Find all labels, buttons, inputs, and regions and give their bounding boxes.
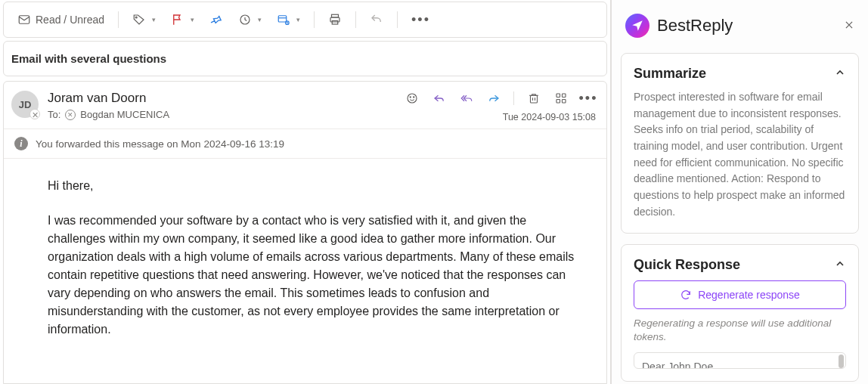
ellipsis-icon: ••• xyxy=(411,12,430,28)
svg-rect-15 xyxy=(563,100,566,104)
regenerate-button[interactable]: Regenerate response xyxy=(634,280,846,309)
toolbar-separator xyxy=(314,11,315,28)
collapse-summarize-button[interactable] xyxy=(834,67,846,81)
svg-rect-0 xyxy=(19,16,29,24)
to-label: To: xyxy=(48,109,60,120)
snooze-button[interactable]: ▾ xyxy=(232,8,268,31)
toolbar-separator xyxy=(118,11,119,28)
chevron-down-icon: ▾ xyxy=(258,16,262,23)
regenerate-note: Regenerating a response will use additio… xyxy=(634,317,846,345)
svg-rect-11 xyxy=(531,95,538,103)
read-unread-button[interactable]: Read / Unread xyxy=(11,8,110,31)
bestreply-logo xyxy=(625,14,649,38)
draft-preview-text: Dear John Doe xyxy=(642,361,713,369)
to-line: To: ✕ Bogdan MUCENICA xyxy=(48,109,395,120)
toolbar-separator xyxy=(355,11,356,28)
forward-banner-text: You forwarded this message on Mon 2024-0… xyxy=(36,138,284,150)
immersive-button[interactable]: ▾ xyxy=(271,8,306,31)
flag-icon xyxy=(171,13,184,26)
draft-preview-box[interactable]: Dear John Doe xyxy=(634,352,846,369)
grid-icon xyxy=(554,91,568,105)
avatar[interactable]: JD ✕ xyxy=(11,91,39,118)
forward-button[interactable] xyxy=(486,91,501,106)
forward-banner: i You forwarded this message on Mon 2024… xyxy=(4,129,606,159)
read-unread-label: Read / Unread xyxy=(36,14,104,26)
reply-icon xyxy=(432,91,446,105)
flag-button[interactable]: ▾ xyxy=(165,8,200,31)
chevron-up-icon xyxy=(834,258,846,270)
pin-button[interactable] xyxy=(203,8,229,31)
close-button[interactable] xyxy=(844,20,854,33)
chevron-up-icon xyxy=(834,67,846,79)
collapse-quick-button[interactable] xyxy=(834,258,846,272)
forward-icon xyxy=(487,91,501,105)
to-name[interactable]: Bogdan MUCENICA xyxy=(80,109,169,120)
envelope-icon xyxy=(17,13,31,26)
svg-rect-13 xyxy=(563,94,566,98)
print-button[interactable] xyxy=(322,8,348,31)
tag-icon xyxy=(132,13,146,26)
quick-response-title: Quick Response xyxy=(634,257,740,273)
more-toolbar-button[interactable]: ••• xyxy=(405,8,436,33)
trash-icon xyxy=(527,91,541,105)
body-paragraph: I was recommended your software by a con… xyxy=(48,212,576,339)
toolbar-separator xyxy=(397,11,398,28)
quick-response-card: Quick Response Regenerate response Regen… xyxy=(621,244,859,382)
message-block: JD ✕ Joram van Doorn To: ✕ Bogdan MUCENI… xyxy=(3,81,607,384)
subject-bar: Email with several questions xyxy=(3,41,607,76)
paper-plane-icon xyxy=(631,19,644,33)
panel-header: BestReply xyxy=(612,0,868,53)
reply-all-button[interactable] xyxy=(459,91,474,106)
react-button[interactable] xyxy=(405,91,420,106)
info-icon: i xyxy=(14,137,28,150)
scrollbar-handle[interactable] xyxy=(839,355,844,368)
window-gear-icon xyxy=(277,13,290,26)
svg-point-9 xyxy=(410,97,411,98)
bestreply-panel: BestReply Summarize Prospect interested … xyxy=(611,0,868,384)
more-message-button[interactable]: ••• xyxy=(581,91,596,106)
avatar-initials: JD xyxy=(19,99,32,110)
pin-icon xyxy=(209,13,223,26)
svg-rect-12 xyxy=(556,94,560,98)
summarize-card: Summarize Prospect interested in softwar… xyxy=(621,53,859,234)
delete-button[interactable] xyxy=(526,91,541,106)
chevron-down-icon: ▾ xyxy=(152,16,156,23)
undo-icon xyxy=(370,13,383,26)
presence-offline-icon: ✕ xyxy=(29,109,40,119)
chevron-down-icon: ▾ xyxy=(296,16,300,23)
message-date: Tue 2024-09-03 15:08 xyxy=(503,112,596,122)
remove-recipient-icon[interactable]: ✕ xyxy=(65,110,76,120)
email-pane: Read / Unread ▾ ▾ ▾ ▾ xyxy=(0,0,611,384)
tag-button[interactable]: ▾ xyxy=(126,8,162,31)
close-icon xyxy=(844,20,854,30)
toolbar: Read / Unread ▾ ▾ ▾ ▾ xyxy=(3,2,607,38)
ellipsis-icon: ••• xyxy=(579,91,598,107)
refresh-icon xyxy=(680,289,692,301)
reply-all-icon xyxy=(460,91,473,105)
svg-rect-7 xyxy=(332,21,338,25)
undo-button[interactable] xyxy=(364,8,389,31)
summarize-text: Prospect interested in software for emai… xyxy=(634,89,846,221)
svg-rect-3 xyxy=(278,16,287,22)
chevron-down-icon: ▾ xyxy=(191,16,194,23)
svg-point-1 xyxy=(135,17,137,18)
svg-point-8 xyxy=(408,94,417,103)
message-actions: ••• xyxy=(405,91,596,106)
svg-rect-14 xyxy=(556,100,560,104)
from-name[interactable]: Joram van Doorn xyxy=(48,91,395,106)
panel-brand: BestReply xyxy=(657,16,836,36)
body-greeting: Hi there, xyxy=(48,177,576,195)
email-subject: Email with several questions xyxy=(11,52,166,65)
print-icon xyxy=(328,13,342,26)
reply-button[interactable] xyxy=(432,91,447,106)
message-header: JD ✕ Joram van Doorn To: ✕ Bogdan MUCENI… xyxy=(4,82,606,129)
clock-icon xyxy=(238,13,252,26)
apps-button[interactable] xyxy=(553,91,569,106)
summarize-title: Summarize xyxy=(634,66,706,82)
smiley-icon xyxy=(405,91,419,105)
message-body: Hi there, I was recommended your softwar… xyxy=(4,159,606,370)
svg-point-10 xyxy=(414,97,414,98)
regenerate-label: Regenerate response xyxy=(698,289,800,301)
